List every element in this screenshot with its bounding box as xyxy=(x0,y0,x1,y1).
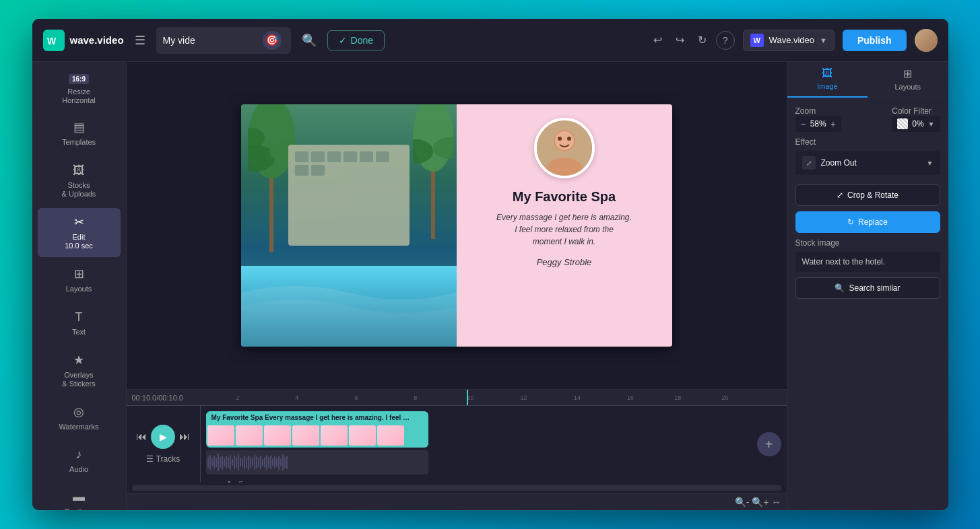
wave-bar-20 xyxy=(246,457,247,467)
skip-forward-button[interactable]: ⏭ xyxy=(179,431,190,443)
sidebar-item-audio[interactable]: ♪ Audio xyxy=(38,441,121,481)
search-similar-label: Search similar xyxy=(849,283,900,293)
track-thumbnails xyxy=(206,424,428,448)
crop-rotate-button[interactable]: ⤢ Crop & Rotate xyxy=(795,184,940,206)
wave-bar-25 xyxy=(256,456,257,468)
panel-tabs: 🖼 Image ⊞ Layouts xyxy=(787,62,948,98)
add-track-button[interactable]: + xyxy=(757,432,781,456)
sidebar-item-edit[interactable]: ✂ Edit10.0 sec xyxy=(38,208,121,257)
wave-bar-4 xyxy=(214,456,215,469)
wave-bar-34 xyxy=(274,456,275,468)
wave-bar-18 xyxy=(242,458,243,466)
timeline-scrollbar[interactable] xyxy=(132,485,781,491)
tab-layouts[interactable]: ⊞ Layouts xyxy=(868,62,948,98)
audio-track xyxy=(206,450,428,474)
ruler-mark-14: 14 xyxy=(574,394,581,401)
sidebar-item-templates[interactable]: ▤ Templates xyxy=(38,113,121,153)
skip-back-button[interactable]: ⏮ xyxy=(136,431,147,443)
canvas-right-spa: My Favorite Spa Every massage I get here… xyxy=(457,104,672,347)
watermarks-icon: ◎ xyxy=(73,404,84,419)
done-button[interactable]: ✓ Done xyxy=(327,30,385,50)
fit-timeline-button[interactable]: ↔ xyxy=(772,497,781,507)
tracks-label: Tracks xyxy=(156,454,181,464)
ruler-marks: 2 4 6 8 10 12 14 16 18 20 xyxy=(189,390,781,405)
track-container: My Favorite Spa Every massage I get here… xyxy=(201,406,752,483)
toolbar-buttons: ↩ ↪ ↻ ? xyxy=(649,31,735,50)
water-reflection xyxy=(241,266,457,347)
play-button[interactable]: ▶ xyxy=(151,425,175,449)
pool-background xyxy=(241,104,457,347)
search-similar-button[interactable]: 🔍 Search similar xyxy=(795,277,940,299)
wave-bar-5 xyxy=(216,458,217,467)
wave-bar-6 xyxy=(218,454,219,470)
thumb-5 xyxy=(321,425,348,446)
add-audio-label: + Audio xyxy=(220,480,247,483)
sidebar-item-layouts[interactable]: ⊞ Layouts xyxy=(38,260,121,300)
sidebar-item-resize[interactable]: 16:9 ResizeHorizontal xyxy=(38,69,121,110)
tab-image[interactable]: 🖼 Image xyxy=(787,62,868,98)
workspace-selector[interactable]: W Wave.video ▼ xyxy=(743,30,835,51)
zoom-control: − 58% + xyxy=(795,116,841,132)
wave-bar-24 xyxy=(254,455,255,470)
publish-button[interactable]: Publish xyxy=(843,30,907,51)
timeline-area: 00:10.0/00:10.0 2 4 6 8 10 12 14 16 18 2… xyxy=(127,389,787,510)
undo-button[interactable]: ↩ xyxy=(649,31,666,49)
canvas-area: My Favorite Spa Every massage I get here… xyxy=(127,62,787,389)
search-button[interactable]: 🔍 xyxy=(299,30,319,50)
hamburger-button[interactable]: ☰ xyxy=(132,30,148,50)
spa-author: Peggy Stroble xyxy=(537,257,592,267)
zoom-out-timeline-button[interactable]: 🔍- xyxy=(735,497,750,507)
tracks-button[interactable]: ☰ Tracks xyxy=(146,454,181,464)
color-filter-chevron-icon: ▼ xyxy=(928,120,935,128)
ruler-mark-18: 18 xyxy=(674,394,681,401)
timeline-ruler: 00:10.0/00:10.0 2 4 6 8 10 12 14 16 18 2… xyxy=(127,390,787,406)
resize-badge: 16:9 xyxy=(69,74,89,84)
help-button[interactable]: ? xyxy=(716,31,735,50)
zoom-value: 58% xyxy=(810,119,826,129)
sidebar-item-captions[interactable]: ▬ Captions xyxy=(38,483,121,510)
templates-label: Templates xyxy=(62,138,96,147)
zoom-in-timeline-button[interactable]: 🔍+ xyxy=(752,497,769,507)
effect-selector[interactable]: ⤢ Zoom Out ▼ xyxy=(795,151,940,175)
tracks-icon: ☰ xyxy=(146,454,154,464)
sidebar-item-stocks[interactable]: 🖼 Stocks& Uploads xyxy=(38,157,121,205)
top-bar: W wave.video ☰ 🎯 🔍 ✓ Done ↩ ↪ ↻ ? W Wave… xyxy=(32,19,948,62)
wave-bar-32 xyxy=(270,456,271,469)
wave-bar-17 xyxy=(240,458,241,467)
sidebar-item-watermarks[interactable]: ◎ Watermarks xyxy=(38,398,121,438)
svg-point-17 xyxy=(567,137,571,141)
main-content: 16:9 ResizeHorizontal ▤ Templates 🖼 Stoc… xyxy=(32,62,948,510)
title-input[interactable] xyxy=(163,35,257,46)
overlays-label: Overlays& Stickers xyxy=(62,371,96,388)
layouts-label: Layouts xyxy=(66,285,92,293)
thumb-1 xyxy=(207,425,234,446)
ruler-mark-8: 8 xyxy=(414,394,417,401)
pool-water xyxy=(241,266,457,347)
replace-icon: ↻ xyxy=(847,217,854,227)
profile-image xyxy=(537,120,592,176)
track-text-overlay: My Favorite Spa Every massage I get here… xyxy=(211,414,412,421)
zoom-out-effect-icon: ⤢ xyxy=(802,156,816,170)
color-filter-control[interactable]: 0% ▼ xyxy=(892,116,940,132)
ruler-mark-6: 6 xyxy=(354,394,358,401)
wave-bar-2 xyxy=(209,455,211,470)
wave-bar-27 xyxy=(260,456,261,469)
wave-bar-26 xyxy=(258,458,259,467)
video-track[interactable]: My Favorite Spa Every massage I get here… xyxy=(206,411,428,448)
user-avatar-button[interactable] xyxy=(915,29,938,52)
add-audio-button[interactable]: + + Audio xyxy=(206,477,746,483)
refresh-button[interactable]: ↻ xyxy=(694,31,711,49)
sidebar-item-text[interactable]: T Text xyxy=(38,304,121,343)
sidebar-item-overlays[interactable]: ★ Overlays& Stickers xyxy=(38,346,121,395)
stocks-label: Stocks& Uploads xyxy=(62,181,96,199)
zoom-plus-button[interactable]: + xyxy=(830,118,836,129)
wave-bar-3 xyxy=(211,458,213,466)
zoom-label: Zoom xyxy=(795,106,841,116)
thumb-4 xyxy=(292,425,319,446)
replace-button[interactable]: ↻ Replace xyxy=(795,211,940,233)
redo-button[interactable]: ↪ xyxy=(672,31,688,49)
palm-tree-right-svg xyxy=(413,104,453,239)
emoji-button[interactable]: 🎯 xyxy=(263,31,282,50)
zoom-minus-button[interactable]: − xyxy=(801,118,806,129)
profile-circle xyxy=(534,118,595,178)
